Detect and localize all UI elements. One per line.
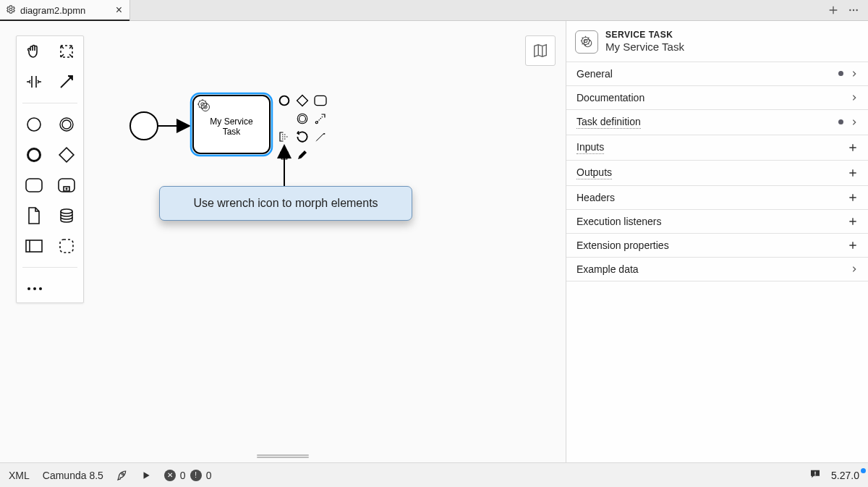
props-section-label: Inputs <box>576 141 604 154</box>
svg-rect-26 <box>297 96 308 106</box>
status-error-count: 0 <box>180 470 186 481</box>
tab-bar: diagram2.bpmn × <box>0 0 868 21</box>
feedback-button[interactable] <box>809 468 821 482</box>
props-section-label: Example data <box>576 263 639 275</box>
context-pad <box>276 93 340 163</box>
plus-icon[interactable] <box>848 216 858 226</box>
diagram-svg: My Service Task <box>0 21 566 462</box>
props-section-task-definition[interactable]: Task definition <box>566 110 868 135</box>
props-element-name: My Service Task <box>605 41 684 54</box>
chevron-right-icon[interactable] <box>851 69 858 79</box>
workspace: My Service Task Use wrench icon to morph… <box>0 21 868 462</box>
cp-append-task[interactable] <box>312 93 328 109</box>
props-section-example-data[interactable]: Example data <box>566 258 868 281</box>
status-version[interactable]: 5.27.0 <box>831 470 859 481</box>
plus-icon[interactable] <box>848 192 858 203</box>
status-run[interactable] <box>141 470 151 480</box>
properties-panel: SERVICE TASK My Service Task GeneralDocu… <box>566 21 868 462</box>
svg-point-33 <box>584 39 592 47</box>
plus-icon[interactable] <box>848 143 858 153</box>
props-section-label: Task definition <box>576 116 641 129</box>
chevron-right-icon[interactable] <box>851 264 858 274</box>
close-icon[interactable]: × <box>116 4 122 16</box>
props-section-general[interactable]: General <box>566 62 868 86</box>
props-section-inputs[interactable]: Inputs <box>566 135 868 161</box>
svg-point-2 <box>853 9 854 11</box>
bottom-resizer[interactable] <box>257 454 309 460</box>
service-task-icon <box>575 30 598 54</box>
props-section-label: Headers <box>576 192 615 203</box>
edited-indicator-dot <box>838 71 843 76</box>
props-section-documentation[interactable]: Documentation <box>566 86 868 110</box>
props-section-headers[interactable]: Headers <box>566 186 868 210</box>
status-warning-count: 0 <box>206 470 212 481</box>
svg-point-29 <box>299 116 306 122</box>
props-section-label: Extension properties <box>576 240 669 251</box>
chevron-right-icon[interactable] <box>851 93 858 103</box>
cp-append-end-event[interactable] <box>276 93 292 109</box>
warning-icon: ! <box>190 470 202 481</box>
tab-title: diagram2.bpmn <box>20 5 85 16</box>
chevron-right-icon[interactable] <box>851 117 858 127</box>
svg-point-25 <box>280 96 289 106</box>
task-label-1: My Service <box>210 117 253 127</box>
plus-icon[interactable] <box>848 240 858 250</box>
props-section-execution-listeners[interactable]: Execution listeners <box>566 210 868 234</box>
update-indicator-dot <box>861 468 866 473</box>
task-label-2: Task <box>223 127 242 137</box>
props-section-list: GeneralDocumentationTask definitionInput… <box>566 62 868 281</box>
status-deploy[interactable] <box>116 470 128 481</box>
props-type-label: SERVICE TASK <box>605 30 684 41</box>
svg-point-0 <box>9 8 12 11</box>
props-section-label: Execution listeners <box>576 216 662 227</box>
props-section-label: General <box>576 68 613 80</box>
error-icon: ✕ <box>164 470 176 481</box>
status-bar: XML Camunda 8.5 ✕ 0 ! 0 5.27.0 <box>0 462 868 487</box>
props-section-outputs[interactable]: Outputs <box>566 161 868 186</box>
status-platform[interactable]: Camunda 8.5 <box>43 470 103 481</box>
cp-connect[interactable] <box>312 111 328 127</box>
props-section-label: Outputs <box>576 166 612 179</box>
svg-point-3 <box>856 9 857 11</box>
hint-tooltip: Use wrench icon to morph elements <box>159 186 412 221</box>
tab-diagram[interactable]: diagram2.bpmn × <box>0 0 130 20</box>
service-task[interactable]: My Service Task <box>191 93 272 156</box>
status-problems[interactable]: ✕ 0 ! 0 <box>164 470 212 481</box>
tab-menu-button[interactable] <box>846 3 861 17</box>
start-event[interactable] <box>130 112 158 140</box>
props-section-extension-properties[interactable]: Extension properties <box>566 234 868 258</box>
gear-icon <box>6 4 16 17</box>
status-xml-toggle[interactable]: XML <box>9 470 30 481</box>
canvas[interactable]: My Service Task Use wrench icon to morph… <box>0 21 566 462</box>
cp-color[interactable] <box>294 147 310 163</box>
cp-append-gateway[interactable] <box>294 93 310 109</box>
cp-text-annotation[interactable] <box>276 129 292 145</box>
svg-rect-35 <box>814 475 815 475</box>
plus-icon[interactable] <box>848 168 858 178</box>
cp-attach-boundary[interactable] <box>294 129 310 145</box>
cp-change-type[interactable] <box>312 129 328 145</box>
svg-rect-34 <box>814 472 815 474</box>
props-section-label: Documentation <box>576 92 644 103</box>
cp-append-intermediate[interactable] <box>294 111 310 127</box>
cp-delete[interactable] <box>276 147 292 163</box>
svg-point-1 <box>849 9 851 11</box>
svg-rect-27 <box>315 96 326 105</box>
edited-indicator-dot <box>838 119 843 124</box>
new-tab-button[interactable] <box>826 3 841 17</box>
props-header: SERVICE TASK My Service Task <box>566 21 868 62</box>
